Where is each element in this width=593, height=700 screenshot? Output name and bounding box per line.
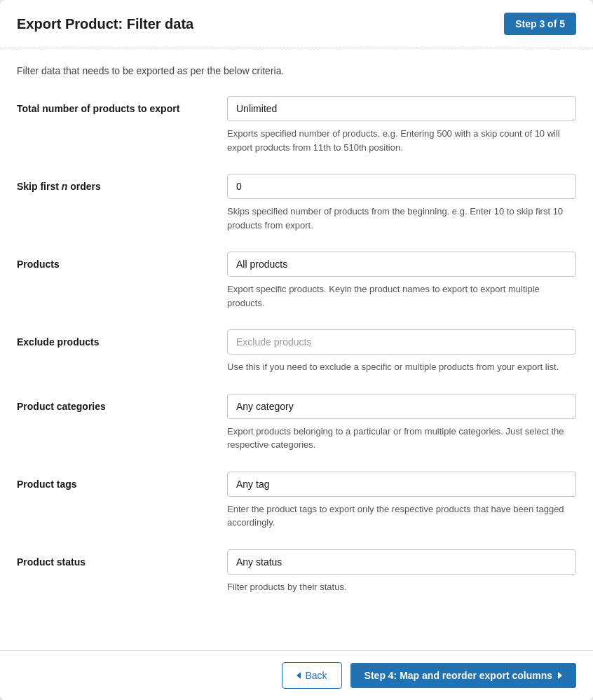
next-button[interactable]: Step 4: Map and reorder export columns (350, 663, 576, 688)
page-title: Export Product: Filter data (17, 16, 193, 32)
back-label: Back (305, 670, 327, 681)
field-product-categories: Product categories Export products belon… (17, 394, 576, 452)
field-exclude-products: Exclude products Use this if you need to… (17, 329, 576, 374)
help-total-products: Exports specified number of products. e.… (227, 127, 576, 154)
input-skip-orders[interactable] (227, 174, 576, 199)
field-total-products: Total number of products to export Expor… (17, 96, 576, 154)
page-description: Filter data that needs to be exported as… (17, 65, 576, 76)
help-products: Export specific products. Keyin the prod… (227, 282, 576, 310)
help-exclude-products: Use this if you need to exclude a specif… (227, 360, 576, 374)
field-skip-orders: Skip first n orders Skips specified numb… (17, 174, 576, 232)
help-product-categories: Export products belonging to a particula… (227, 425, 576, 452)
help-product-tags: Enter the product tags to export only th… (227, 502, 576, 530)
input-products[interactable] (227, 252, 576, 277)
input-exclude-products[interactable] (227, 329, 576, 355)
chevron-left-icon (296, 672, 301, 679)
form-content: Filter data that needs to be exported as… (0, 48, 593, 650)
field-group-total-products: Exports specified number of products. e.… (227, 96, 576, 154)
label-total-products: Total number of products to export (17, 96, 227, 114)
main-window: Export Product: Filter data Step 3 of 5 … (0, 0, 593, 700)
next-label: Step 4: Map and reorder export columns (364, 670, 552, 681)
page-footer: Back Step 4: Map and reorder export colu… (0, 650, 593, 700)
field-group-products: Export specific products. Keyin the prod… (227, 252, 576, 310)
help-skip-orders: Skips specified number of products from … (227, 205, 576, 232)
field-group-product-status: Filter products by their status. (227, 549, 576, 594)
back-button[interactable]: Back (282, 662, 341, 689)
field-group-skip-orders: Skips specified number of products from … (227, 174, 576, 232)
step-badge: Step 3 of 5 (504, 13, 576, 35)
input-total-products[interactable] (227, 96, 576, 121)
label-products: Products (17, 252, 227, 270)
label-product-categories: Product categories (17, 394, 227, 412)
field-products: Products Export specific products. Keyin… (17, 252, 576, 310)
field-group-product-tags: Enter the product tags to export only th… (227, 472, 576, 530)
field-product-status: Product status Filter products by their … (17, 549, 576, 594)
chevron-right-icon (558, 672, 562, 679)
input-product-categories[interactable] (227, 394, 576, 419)
field-group-exclude-products: Use this if you need to exclude a specif… (227, 329, 576, 374)
input-product-tags[interactable] (227, 472, 576, 497)
help-product-status: Filter products by their status. (227, 580, 576, 594)
field-product-tags: Product tags Enter the product tags to e… (17, 472, 576, 530)
label-exclude-products: Exclude products (17, 329, 227, 348)
label-skip-orders: Skip first n orders (17, 174, 227, 192)
label-product-tags: Product tags (17, 472, 227, 490)
field-group-product-categories: Export products belonging to a particula… (227, 394, 576, 452)
page-header: Export Product: Filter data Step 3 of 5 (0, 0, 593, 48)
input-product-status[interactable] (227, 549, 576, 575)
label-product-status: Product status (17, 549, 227, 568)
